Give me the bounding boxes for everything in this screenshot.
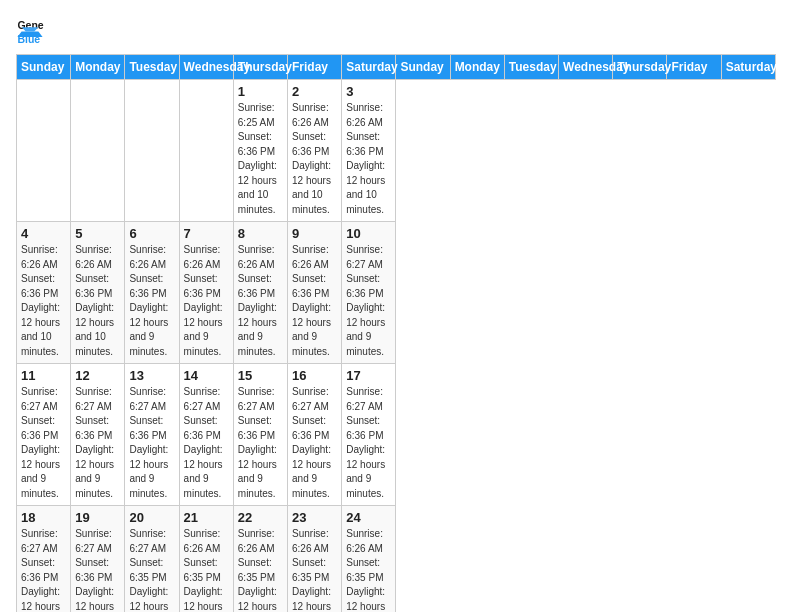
- calendar-cell: 2Sunrise: 6:26 AMSunset: 6:36 PMDaylight…: [288, 80, 342, 222]
- calendar-week-row: 18Sunrise: 6:27 AMSunset: 6:36 PMDayligh…: [17, 506, 776, 613]
- day-info: Sunrise: 6:26 AMSunset: 6:36 PMDaylight:…: [238, 243, 283, 359]
- col-header-saturday: Saturday: [721, 55, 775, 80]
- day-info: Sunrise: 6:26 AMSunset: 6:36 PMDaylight:…: [184, 243, 229, 359]
- day-info: Sunrise: 6:26 AMSunset: 6:36 PMDaylight:…: [75, 243, 120, 359]
- day-number: 10: [346, 226, 391, 241]
- day-number: 12: [75, 368, 120, 383]
- header-sunday: Sunday: [17, 55, 71, 80]
- day-info: Sunrise: 6:27 AMSunset: 6:36 PMDaylight:…: [346, 385, 391, 501]
- calendar-cell: 9Sunrise: 6:26 AMSunset: 6:36 PMDaylight…: [288, 222, 342, 364]
- calendar-table: SundayMondayTuesdayWednesdayThursdayFrid…: [16, 54, 776, 612]
- day-number: 15: [238, 368, 283, 383]
- calendar-cell: 23Sunrise: 6:26 AMSunset: 6:35 PMDayligh…: [288, 506, 342, 613]
- day-info: Sunrise: 6:26 AMSunset: 6:36 PMDaylight:…: [292, 101, 337, 217]
- calendar-cell: 4Sunrise: 6:26 AMSunset: 6:36 PMDaylight…: [17, 222, 71, 364]
- header-friday: Friday: [288, 55, 342, 80]
- logo: General Blue: [16, 16, 50, 44]
- day-info: Sunrise: 6:27 AMSunset: 6:36 PMDaylight:…: [346, 243, 391, 359]
- svg-marker-2: [22, 27, 39, 31]
- day-info: Sunrise: 6:26 AMSunset: 6:35 PMDaylight:…: [238, 527, 283, 612]
- day-number: 17: [346, 368, 391, 383]
- header-thursday: Thursday: [233, 55, 287, 80]
- calendar-cell: 10Sunrise: 6:27 AMSunset: 6:36 PMDayligh…: [342, 222, 396, 364]
- day-number: 21: [184, 510, 229, 525]
- calendar-cell: 11Sunrise: 6:27 AMSunset: 6:36 PMDayligh…: [17, 364, 71, 506]
- calendar-cell: 12Sunrise: 6:27 AMSunset: 6:36 PMDayligh…: [71, 364, 125, 506]
- day-info: Sunrise: 6:26 AMSunset: 6:36 PMDaylight:…: [21, 243, 66, 359]
- calendar-cell: 20Sunrise: 6:27 AMSunset: 6:35 PMDayligh…: [125, 506, 179, 613]
- day-info: Sunrise: 6:27 AMSunset: 6:36 PMDaylight:…: [75, 527, 120, 612]
- day-info: Sunrise: 6:27 AMSunset: 6:36 PMDaylight:…: [292, 385, 337, 501]
- header-saturday: Saturday: [342, 55, 396, 80]
- day-info: Sunrise: 6:26 AMSunset: 6:35 PMDaylight:…: [184, 527, 229, 612]
- day-info: Sunrise: 6:27 AMSunset: 6:35 PMDaylight:…: [129, 527, 174, 612]
- day-number: 9: [292, 226, 337, 241]
- day-number: 7: [184, 226, 229, 241]
- day-number: 11: [21, 368, 66, 383]
- day-number: 18: [21, 510, 66, 525]
- header-wednesday: Wednesday: [179, 55, 233, 80]
- calendar-cell: [71, 80, 125, 222]
- day-info: Sunrise: 6:26 AMSunset: 6:36 PMDaylight:…: [129, 243, 174, 359]
- day-number: 22: [238, 510, 283, 525]
- calendar-cell: 17Sunrise: 6:27 AMSunset: 6:36 PMDayligh…: [342, 364, 396, 506]
- logo-icon: General Blue: [16, 16, 44, 44]
- col-header-friday: Friday: [667, 55, 721, 80]
- col-header-tuesday: Tuesday: [504, 55, 558, 80]
- day-number: 1: [238, 84, 283, 99]
- calendar-cell: 18Sunrise: 6:27 AMSunset: 6:36 PMDayligh…: [17, 506, 71, 613]
- day-number: 13: [129, 368, 174, 383]
- col-header-sunday: Sunday: [396, 55, 450, 80]
- header-monday: Monday: [71, 55, 125, 80]
- col-header-monday: Monday: [450, 55, 504, 80]
- calendar-cell: 22Sunrise: 6:26 AMSunset: 6:35 PMDayligh…: [233, 506, 287, 613]
- day-info: Sunrise: 6:26 AMSunset: 6:36 PMDaylight:…: [346, 101, 391, 217]
- calendar-cell: [17, 80, 71, 222]
- day-info: Sunrise: 6:27 AMSunset: 6:36 PMDaylight:…: [21, 385, 66, 501]
- calendar-cell: 3Sunrise: 6:26 AMSunset: 6:36 PMDaylight…: [342, 80, 396, 222]
- calendar-week-row: 4Sunrise: 6:26 AMSunset: 6:36 PMDaylight…: [17, 222, 776, 364]
- day-number: 8: [238, 226, 283, 241]
- page-header: General Blue: [16, 16, 776, 44]
- day-number: 6: [129, 226, 174, 241]
- day-info: Sunrise: 6:27 AMSunset: 6:36 PMDaylight:…: [75, 385, 120, 501]
- day-number: 4: [21, 226, 66, 241]
- calendar-cell: [125, 80, 179, 222]
- calendar-week-row: 11Sunrise: 6:27 AMSunset: 6:36 PMDayligh…: [17, 364, 776, 506]
- calendar-cell: [179, 80, 233, 222]
- day-number: 3: [346, 84, 391, 99]
- day-info: Sunrise: 6:25 AMSunset: 6:36 PMDaylight:…: [238, 101, 283, 217]
- calendar-cell: 24Sunrise: 6:26 AMSunset: 6:35 PMDayligh…: [342, 506, 396, 613]
- calendar-cell: 16Sunrise: 6:27 AMSunset: 6:36 PMDayligh…: [288, 364, 342, 506]
- day-info: Sunrise: 6:26 AMSunset: 6:36 PMDaylight:…: [292, 243, 337, 359]
- svg-text:Blue: Blue: [17, 33, 40, 44]
- col-header-wednesday: Wednesday: [559, 55, 613, 80]
- calendar-cell: 14Sunrise: 6:27 AMSunset: 6:36 PMDayligh…: [179, 364, 233, 506]
- calendar-week-row: 1Sunrise: 6:25 AMSunset: 6:36 PMDaylight…: [17, 80, 776, 222]
- calendar-cell: 6Sunrise: 6:26 AMSunset: 6:36 PMDaylight…: [125, 222, 179, 364]
- calendar-header-row: SundayMondayTuesdayWednesdayThursdayFrid…: [17, 55, 776, 80]
- day-info: Sunrise: 6:26 AMSunset: 6:35 PMDaylight:…: [346, 527, 391, 612]
- calendar-cell: 21Sunrise: 6:26 AMSunset: 6:35 PMDayligh…: [179, 506, 233, 613]
- day-info: Sunrise: 6:27 AMSunset: 6:36 PMDaylight:…: [184, 385, 229, 501]
- day-number: 23: [292, 510, 337, 525]
- day-info: Sunrise: 6:27 AMSunset: 6:36 PMDaylight:…: [238, 385, 283, 501]
- calendar-cell: 19Sunrise: 6:27 AMSunset: 6:36 PMDayligh…: [71, 506, 125, 613]
- col-header-thursday: Thursday: [613, 55, 667, 80]
- day-number: 19: [75, 510, 120, 525]
- calendar-cell: 1Sunrise: 6:25 AMSunset: 6:36 PMDaylight…: [233, 80, 287, 222]
- calendar-cell: 8Sunrise: 6:26 AMSunset: 6:36 PMDaylight…: [233, 222, 287, 364]
- day-number: 20: [129, 510, 174, 525]
- day-info: Sunrise: 6:26 AMSunset: 6:35 PMDaylight:…: [292, 527, 337, 612]
- calendar-cell: 7Sunrise: 6:26 AMSunset: 6:36 PMDaylight…: [179, 222, 233, 364]
- day-number: 14: [184, 368, 229, 383]
- day-number: 16: [292, 368, 337, 383]
- day-number: 2: [292, 84, 337, 99]
- day-info: Sunrise: 6:27 AMSunset: 6:36 PMDaylight:…: [21, 527, 66, 612]
- calendar-cell: 13Sunrise: 6:27 AMSunset: 6:36 PMDayligh…: [125, 364, 179, 506]
- calendar-cell: 5Sunrise: 6:26 AMSunset: 6:36 PMDaylight…: [71, 222, 125, 364]
- day-number: 24: [346, 510, 391, 525]
- calendar-cell: 15Sunrise: 6:27 AMSunset: 6:36 PMDayligh…: [233, 364, 287, 506]
- day-number: 5: [75, 226, 120, 241]
- day-info: Sunrise: 6:27 AMSunset: 6:36 PMDaylight:…: [129, 385, 174, 501]
